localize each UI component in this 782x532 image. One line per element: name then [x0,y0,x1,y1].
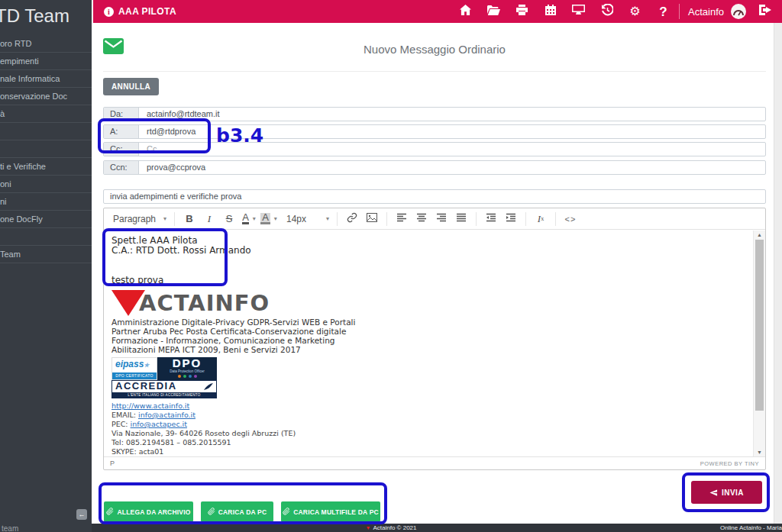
align-center-button[interactable] [413,211,430,227]
attach-from-archive-button[interactable]: ALLEGA DA ARCHIVIO [104,501,193,522]
cancel-button[interactable]: ANNULLA [103,78,159,95]
source-code-button[interactable]: <> [562,211,579,227]
toolbar-divider [476,212,477,226]
compose-page: Nuovo Messaggio Ordinario ANNULLA Da: ac… [93,23,774,524]
email-label: EMAIL: [111,411,138,419]
phone-line: Tel: 085.2194581 – 085.2015591 [111,438,745,447]
app-logo: TD Team [0,0,92,34]
scroll-down-icon[interactable]: ▼ [754,450,765,455]
sidebar-item-adempimenti[interactable]: empimenti [0,53,92,70]
calendar-button[interactable] [536,0,564,23]
sidebar-item-5[interactable]: à [0,105,92,123]
insert-image-button[interactable] [364,211,380,227]
skype-line: SKYPE: acta01 [111,447,745,456]
logout-button[interactable] [751,0,779,23]
scroll-up-icon[interactable]: ▲ [754,232,765,237]
bcc-input[interactable]: prova@ccprova [139,161,765,174]
bold-button[interactable]: B [181,211,198,227]
footer-copyright: ▼Actainfo © 2021 [0,524,782,532]
font-size-value: 14px [286,214,306,224]
editor-scrollbar[interactable]: ▲ ▼ [753,231,765,456]
history-icon [601,4,613,19]
sidebar-item-team[interactable]: Team [0,246,92,263]
align-right-button[interactable] [433,211,450,227]
element-path: P [110,459,115,467]
user-menu[interactable]: Actainfo [681,6,731,18]
address-line: Via Nazionale, 39- 64026 Roseto degli Ab… [111,429,745,438]
toolbar-divider [174,212,175,226]
topbar-actions: ⚙ ? Actainfo [451,0,782,23]
highlight-color-button[interactable]: A▾ [260,211,277,227]
page-title: Nuovo Messaggio Ordinario [103,43,766,56]
home-button[interactable] [451,0,480,23]
desktop-button[interactable] [564,0,593,23]
sidebar-nav: oro RTD empimenti nale Informatica onser… [0,35,92,263]
body-line: testo prova [111,276,745,285]
sidebar-item-docfly[interactable]: one DocFly [0,211,92,228]
settings-button[interactable]: ⚙ [621,0,649,23]
dpo-text: DPO [157,357,217,369]
sidebar-item-6[interactable] [0,123,92,140]
paperclip-icon [106,508,114,517]
sidebar-item-informatica[interactable]: nale Informatica [0,70,92,88]
toolbar-divider [525,212,526,226]
tiny-branding: POWERED BY TINY [700,460,759,467]
sidebar-item-7[interactable] [0,140,92,158]
upload-from-pc-button[interactable]: CARICA DA PC [201,501,273,522]
indent-button[interactable] [502,211,519,227]
send-button[interactable]: INVIA [691,481,762,504]
outdent-button[interactable] [483,211,499,227]
gauge-icon [733,5,744,19]
history-button[interactable] [593,0,621,23]
eipass-text: eipass [115,359,144,369]
star-icon: ★ [144,362,149,369]
justify-button[interactable] [453,211,470,227]
from-label: Da: [104,108,139,121]
footer-copyright-text: Actainfo © 2021 [373,524,416,531]
info-icon: i [104,7,114,17]
subject-input[interactable]: invia adempimenti e verifiche prova [103,189,766,204]
website-link[interactable]: http://www.actainfo.it [111,401,189,410]
outdent-icon [486,213,496,224]
signature-line: Partner Aruba Pec Posta Certificata-Cons… [111,327,745,336]
editor-content[interactable]: Spett.le AAA Pilota C.A.: RTD Dott. Ross… [104,231,753,456]
align-left-button[interactable] [393,211,410,227]
sidebar-item-verifiche[interactable]: ti e Verifiche [0,158,92,176]
sidebar-item-12[interactable] [0,228,92,246]
highlight-color-icon: A [260,213,270,224]
sidebar-collapse-button[interactable]: ← [76,509,87,520]
dpo-dots [157,375,217,378]
paragraph-format-select[interactable]: Paragraph ▾ [110,214,170,224]
strikethrough-button[interactable]: S [221,211,238,227]
font-size-select[interactable]: 14px ▾ [283,214,332,224]
italic-button[interactable]: I [201,211,218,227]
justify-icon [456,213,467,224]
sidebar-item-9[interactable]: oni [0,176,92,193]
clear-formatting-button[interactable]: Ix [532,211,549,227]
upload-multifile-label: CARICA MULTIFILE DA PC [293,508,379,516]
help-button[interactable]: ? [649,0,677,23]
pec-link[interactable]: info@actapec.it [131,420,187,428]
gear-icon: ⚙ [629,5,640,18]
signature-line: Amministrazione Digitale-Privacy GDPR-Se… [111,318,745,327]
print-button[interactable] [508,0,536,23]
text-color-button[interactable]: A▾ [241,211,257,227]
sidebar-item-conservazione-doc[interactable]: onservazione Doc [0,88,92,105]
chevron-down-icon: ▾ [326,215,329,222]
editor-toolbar: Paragraph ▾ B I S A▾ A▾ 14px ▾ [104,208,765,230]
sidebar-item-10[interactable]: ni [0,193,92,211]
archive-button[interactable] [480,0,508,23]
from-input[interactable]: actainfo@rtdteam.it [139,108,765,121]
folder-open-icon [487,5,500,18]
scrollbar-thumb[interactable] [755,240,764,411]
upload-multifile-button[interactable]: CARICA MULTIFILE DA PC [281,501,380,522]
footer: ▼Actainfo © 2021 Online Actainfo - Maria [0,524,782,532]
align-right-icon [436,213,447,224]
email-link[interactable]: info@actainfo.it [138,411,196,419]
sidebar-item-lavoro-rtd[interactable]: oro RTD [0,35,92,53]
page-scrollbar[interactable] [774,23,782,524]
link-button[interactable] [344,211,360,227]
image-icon [367,213,377,224]
actainfo-logo: ACTAINFO [111,290,745,316]
avatar[interactable] [731,4,746,19]
